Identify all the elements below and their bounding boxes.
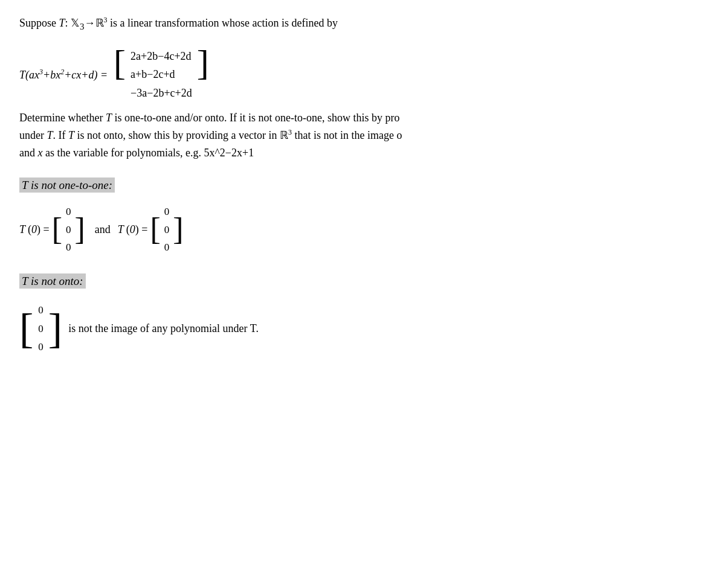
onto-label-wrap: T is not onto: bbox=[19, 275, 706, 288]
t-lhs: T(ax3+bx2+cx+d) = bbox=[19, 68, 108, 81]
small-matrix-left-row-1: 0 bbox=[66, 203, 71, 221]
small-matrix-left-row-3: 0 bbox=[66, 238, 71, 257]
transformation-matrix: [ 2a+2b−4c+2d a+b−2c+d −3a−2b+c+2d ] bbox=[114, 45, 209, 105]
small-matrix-right-row-2: 0 bbox=[164, 221, 170, 239]
one-to-one-answer: T (0) = [ 0 0 0 ] and T (0) = [ 0 0 0 ] bbox=[19, 202, 706, 258]
transformation-equation: T(ax3+bx2+cx+d) = [ 2a+2b−4c+2d a+b−2c+d… bbox=[19, 45, 706, 105]
t-arg-left: (0) = bbox=[28, 223, 50, 236]
small-matrix-content-left: 0 0 0 bbox=[62, 202, 75, 258]
bracket-left-icon: [ bbox=[114, 45, 126, 105]
small-bracket-left-1-icon: [ bbox=[52, 202, 62, 258]
left-zero-matrix: [ 0 0 0 ] bbox=[52, 202, 85, 258]
large-bracket-left-icon: [ bbox=[19, 299, 33, 359]
one-to-one-section: T is not one-to-one: T (0) = [ 0 0 0 ] a… bbox=[19, 179, 706, 258]
large-matrix-row-2: 0 bbox=[38, 320, 44, 339]
small-bracket-left-2-icon: [ bbox=[150, 202, 161, 258]
t-func-right: T bbox=[118, 223, 124, 236]
onto-description-text: is not the image of any polynomial under… bbox=[68, 322, 259, 335]
small-matrix-content-right: 0 0 0 bbox=[161, 202, 173, 258]
one-to-one-label-wrap: T is not one-to-one: bbox=[19, 179, 706, 192]
large-matrix-row-1: 0 bbox=[38, 301, 44, 320]
matrix-row-3: −3a−2b+c+2d bbox=[130, 84, 192, 103]
large-matrix-content: 0 0 0 bbox=[33, 299, 48, 359]
t-func-left: T bbox=[19, 223, 25, 236]
matrix-row-2: a+b−2c+d bbox=[130, 65, 192, 84]
onto-matrix: [ 0 0 0 ] bbox=[19, 299, 62, 359]
onto-section: T is not onto: [ 0 0 0 ] is not the imag… bbox=[19, 275, 706, 359]
small-bracket-right-2-icon: ] bbox=[173, 202, 183, 258]
intro-line1: Suppose T: 𝕏3→ℝ3 is a linear transformat… bbox=[19, 14, 706, 34]
small-matrix-right-row-3: 0 bbox=[164, 238, 170, 257]
small-matrix-left-row-2: 0 bbox=[66, 221, 71, 239]
one-to-one-label: T is not one-to-one: bbox=[19, 177, 115, 193]
large-bracket-right-icon: ] bbox=[48, 299, 62, 359]
t-arg-right: (0) = bbox=[126, 223, 148, 236]
onto-answer: [ 0 0 0 ] is not the image of any polyno… bbox=[19, 299, 706, 359]
matrix-content: 2a+2b−4c+2d a+b−2c+d −3a−2b+c+2d bbox=[126, 45, 197, 105]
description-text: Determine whether T is one-to-one and/or… bbox=[19, 109, 706, 161]
matrix-row-1: 2a+2b−4c+2d bbox=[130, 47, 192, 66]
right-zero-matrix: [ 0 0 0 ] bbox=[150, 202, 184, 258]
large-matrix-row-3: 0 bbox=[38, 338, 44, 357]
onto-label: T is not onto: bbox=[19, 273, 86, 289]
small-bracket-right-1-icon: ] bbox=[75, 202, 85, 258]
small-matrix-right-row-1: 0 bbox=[164, 203, 170, 221]
bracket-right-icon: ] bbox=[197, 45, 209, 105]
and-text: and bbox=[95, 223, 111, 236]
